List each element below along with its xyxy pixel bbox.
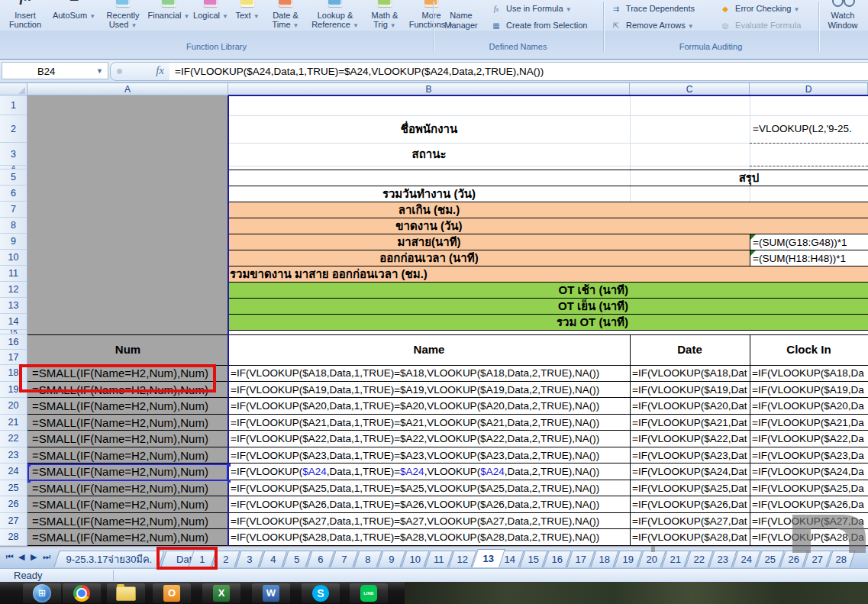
cell-b26-name-formula[interactable]: =IF(VLOOKUP($A26,Data,1,TRUE)=$A26,VLOOK…	[231, 496, 628, 513]
ribbon-button-text[interactable]: Text ▼	[231, 0, 264, 38]
ribbon-button-insert-function[interactable]: fxInsertFunction	[2, 0, 49, 38]
cell-d9-sum-formula[interactable]: =(SUM(G18:G48))*1	[750, 234, 868, 250]
formula-input[interactable]: =IF(VLOOKUP($A24,Data,1,TRUE)=$A24,VLOOK…	[169, 62, 868, 81]
cell-b7-excess-leave[interactable]: ลาเกิน (ชม.)	[230, 202, 628, 218]
row-header-1[interactable]: 1	[0, 95, 27, 115]
cell-c25-date-formula[interactable]: =IF(VLOOKUP($A25,Dat	[632, 480, 749, 497]
cell-d2-formula[interactable]: =VLOOKUP(L2,'9-25.	[753, 115, 868, 143]
cell-d19-clock-formula[interactable]: =IF(VLOOKUP($A19,Da	[752, 382, 868, 399]
row-header-6[interactable]: 6	[0, 186, 27, 202]
cell-a27-num-formula[interactable]: =SMALL(IF(Name=H2,Num),Num)	[32, 513, 227, 530]
cell-b11-total-absent-late[interactable]: รวมขาดงาน มาสาย ออกก่อนเวลา (ชม.)	[230, 266, 628, 282]
row-header-27[interactable]: 27	[0, 513, 27, 530]
cell-b27-name-formula[interactable]: =IF(VLOOKUP($A27,Data,1,TRUE)=$A27,VLOOK…	[231, 513, 628, 530]
row-header-16[interactable]: 16	[0, 334, 27, 350]
table-header-name[interactable]: Name	[228, 334, 630, 365]
cell-b8-absent[interactable]: ขาดงาน (วัน)	[230, 218, 628, 234]
cell-d22-clock-formula[interactable]: =IF(VLOOKUP($A22,Da	[752, 431, 868, 447]
cell-b20-name-formula[interactable]: =IF(VLOOKUP($A20,Data,1,TRUE)=$A20,VLOOK…	[231, 398, 628, 415]
taskbar-button-skype[interactable]: S	[302, 583, 340, 603]
tab-nav-next-icon[interactable]: ▶	[31, 552, 37, 562]
row-header-26[interactable]: 26	[0, 496, 27, 513]
row-header-22[interactable]: 22	[0, 431, 27, 447]
cell-a28-num-formula[interactable]: =SMALL(IF(Name=H2,Num),Num)	[32, 529, 227, 546]
cell-d25-clock-formula[interactable]: =IF(VLOOKUP($A25,Da	[752, 480, 868, 497]
sheet-tab-13[interactable]: 13	[472, 549, 505, 567]
row-header-8[interactable]: 8	[0, 218, 27, 234]
table-header-date[interactable]: Date	[630, 334, 750, 365]
row-header-7[interactable]: 7	[0, 202, 27, 218]
row-header-12[interactable]: 12	[0, 282, 27, 298]
name-box-dropdown-icon[interactable]: ▼	[96, 63, 103, 80]
trace-dependents-button[interactable]: ⇉ Trace Dependents	[611, 3, 695, 15]
cell-c28-date-formula[interactable]: =IF(VLOOKUP($A28,Dat	[632, 529, 749, 546]
tab-nav-first-icon[interactable]: ⏮	[6, 552, 14, 562]
column-header-d[interactable]: D	[750, 83, 868, 95]
cell-b22-name-formula[interactable]: =IF(VLOOKUP($A22,Data,1,TRUE)=$A22,VLOOK…	[231, 431, 628, 447]
row-header-21[interactable]: 21	[0, 415, 27, 431]
row-header-28[interactable]: 28	[0, 529, 27, 546]
column-header-a[interactable]: A	[27, 83, 228, 95]
cell-b10-early-leave[interactable]: ออกก่อนเวลา (นาที)	[230, 250, 628, 266]
cell-b12-ot-morning[interactable]: OT เช้า (นาที)	[230, 282, 639, 298]
cell-c23-date-formula[interactable]: =IF(VLOOKUP($A23,Dat	[632, 447, 749, 464]
cell-b25-name-formula[interactable]: =IF(VLOOKUP($A25,Data,1,TRUE)=$A25,VLOOK…	[231, 480, 628, 497]
taskbar-button-file-explorer[interactable]	[107, 583, 145, 603]
taskbar-button-excel[interactable]: X	[202, 583, 240, 603]
cell-a21-num-formula[interactable]: =SMALL(IF(Name=H2,Num),Num)	[32, 415, 227, 431]
ribbon-button-recently-used[interactable]: RecentlyUsed ▼	[99, 0, 147, 38]
cell-a26-num-formula[interactable]: =SMALL(IF(Name=H2,Num),Num)	[32, 496, 227, 513]
cell-d24-clock-formula[interactable]: =IF(VLOOKUP($A24,Da	[752, 463, 868, 480]
row-header-2[interactable]: 2	[0, 115, 27, 143]
column-header-c[interactable]: C	[630, 83, 750, 95]
row-header-11[interactable]: 11	[0, 266, 27, 282]
ribbon-button-date-time[interactable]: Date &Time ▼	[264, 0, 307, 38]
cell-a23-num-formula[interactable]: =SMALL(IF(Name=H2,Num),Num)	[32, 447, 227, 464]
taskbar-button-chrome[interactable]	[63, 583, 101, 603]
table-header-num[interactable]: Num	[27, 334, 228, 365]
fx-icon[interactable]: fx	[156, 64, 164, 77]
cell-b19-name-formula[interactable]: =IF(VLOOKUP($A19,Data,1,TRUE)=$A19,VLOOK…	[231, 382, 628, 399]
table-header-clock-in[interactable]: Clock In	[750, 334, 868, 365]
cell-c19-date-formula[interactable]: =IF(VLOOKUP($A19,Dat	[632, 382, 749, 399]
ribbon-button-lookup-reference[interactable]: Lookup &Reference ▼	[307, 0, 363, 38]
cell-b2-employee-name[interactable]: ชื่อพนักงาน	[230, 115, 628, 143]
ribbon-button-autosum[interactable]: ΣAutoSum ▼	[49, 0, 99, 38]
cell-c5-summary[interactable]: สรุป	[630, 170, 868, 186]
cell-b23-name-formula[interactable]: =IF(VLOOKUP($A23,Data,1,TRUE)=$A23,VLOOK…	[231, 447, 628, 464]
cell-c20-date-formula[interactable]: =IF(VLOOKUP($A20,Dat	[632, 398, 749, 415]
cell-b9-late[interactable]: มาสาย(นาที)	[230, 234, 628, 250]
remove-arrows-button[interactable]: ⇱ Remove Arrows ▼	[611, 20, 694, 32]
create-from-selection-button[interactable]: ▦ Create from Selection	[491, 20, 587, 31]
row-header-10[interactable]: 10	[0, 250, 27, 266]
cell-c18-date-formula[interactable]: =IF(VLOOKUP($A18,Dat	[632, 365, 749, 382]
cell-c22-date-formula[interactable]: =IF(VLOOKUP($A22,Dat	[632, 431, 749, 447]
cell-c26-date-formula[interactable]: =IF(VLOOKUP($A26,Dat	[632, 496, 749, 513]
insert-function-zone[interactable]: fx	[110, 62, 171, 81]
cell-c24-date-formula[interactable]: =IF(VLOOKUP($A24,Dat	[632, 463, 749, 480]
cell-a22-num-formula[interactable]: =SMALL(IF(Name=H2,Num),Num)	[32, 431, 227, 447]
cell-a20-num-formula[interactable]: =SMALL(IF(Name=H2,Num),Num)	[32, 398, 227, 415]
row-header-17[interactable]: 17	[0, 350, 27, 365]
error-checking-button[interactable]: ◆ Error Checking ▼	[720, 3, 799, 15]
cell-d20-clock-formula[interactable]: =IF(VLOOKUP($A20,Da	[752, 398, 868, 415]
row-header-5[interactable]: 5	[0, 170, 27, 186]
select-all-corner[interactable]	[0, 83, 27, 95]
cell-a25-num-formula[interactable]: =SMALL(IF(Name=H2,Num),Num)	[32, 480, 227, 497]
row-header-13[interactable]: 13	[0, 298, 27, 314]
cell-b18-name-formula[interactable]: =IF(VLOOKUP($A18,Data,1,TRUE)=$A18,VLOOK…	[231, 365, 628, 382]
sheet-tab-9-25[interactable]: 9-25.3.17จ่าย30มีค.	[53, 551, 164, 567]
taskbar-button-line[interactable]: LINE	[350, 583, 388, 603]
row-header-23[interactable]: 23	[0, 447, 27, 464]
tab-nav-last-icon[interactable]: ⏭	[43, 552, 50, 562]
ribbon-button-math-trig[interactable]: Math &Trig ▼	[363, 0, 406, 38]
cell-b28-name-formula[interactable]: =IF(VLOOKUP($A28,Data,1,TRUE)=$A28,VLOOK…	[231, 529, 628, 546]
cell-b24-name-formula[interactable]: =IF(VLOOKUP($A24,Data,1,TRUE)=$A24,VLOOK…	[231, 463, 628, 480]
ribbon-button-logical[interactable]: Logical ▼	[191, 0, 231, 38]
taskbar-button-outlook[interactable]: O	[153, 583, 191, 603]
cell-c27-date-formula[interactable]: =IF(VLOOKUP($A27,Dat	[632, 513, 749, 530]
cell-b3-status[interactable]: สถานะ	[230, 143, 628, 166]
sheet-tab-28[interactable]: 28	[827, 551, 855, 567]
cell-c21-date-formula[interactable]: =IF(VLOOKUP($A21,Dat	[632, 415, 749, 431]
row-header-14[interactable]: 14	[0, 314, 27, 330]
